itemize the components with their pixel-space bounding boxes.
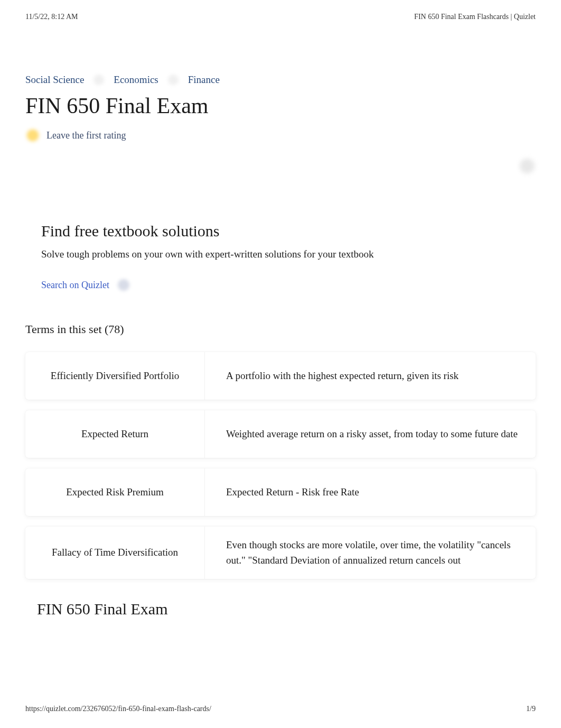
bottom-section-title: FIN 650 Final Exam: [25, 600, 536, 618]
promo-title: Find free textbook solutions: [41, 222, 520, 240]
breadcrumb-link-social-science[interactable]: Social Science: [25, 74, 84, 86]
card-term: Expected Risk Premium: [25, 468, 205, 516]
card-term: Expected Return: [25, 410, 205, 458]
breadcrumb: Social Science Economics Finance: [25, 74, 536, 86]
print-footer: https://quizlet.com/232676052/fin-650-fi…: [25, 705, 536, 713]
breadcrumb-link-economics[interactable]: Economics: [114, 74, 158, 86]
print-timestamp: 11/5/22, 8:12 AM: [25, 13, 78, 21]
main-content: Social Science Economics Finance FIN 650…: [0, 21, 561, 618]
rating-row[interactable]: Leave the first rating: [25, 128, 536, 143]
arrow-right-icon: [118, 279, 129, 291]
flashcard[interactable]: Efficiently Diversified Portfolio A port…: [25, 352, 536, 400]
chevron-right-icon: [94, 75, 104, 85]
flashcard[interactable]: Expected Risk Premium Expected Return - …: [25, 468, 536, 516]
print-header: 11/5/22, 8:12 AM FIN 650 Final Exam Flas…: [0, 0, 561, 21]
card-definition: Even though stocks are more volatile, ov…: [205, 527, 536, 579]
promo-link-row: Search on Quizlet: [41, 279, 520, 291]
options-icon[interactable]: [520, 159, 535, 173]
promo-section: Find free textbook solutions Solve tough…: [25, 222, 536, 291]
chevron-right-icon: [168, 75, 179, 85]
footer-page-number: 1/9: [526, 705, 536, 713]
card-term: Efficiently Diversified Portfolio: [25, 352, 205, 400]
search-quizlet-link[interactable]: Search on Quizlet: [41, 280, 109, 291]
rating-prompt: Leave the first rating: [46, 130, 126, 141]
card-definition: Weighted average return on a risky asset…: [205, 410, 536, 458]
star-icon: [25, 128, 40, 143]
card-definition: Expected Return - Risk free Rate: [205, 468, 536, 516]
terms-header: Terms in this set (78): [25, 322, 536, 336]
card-term: Fallacy of Time Diversification: [25, 527, 205, 579]
flashcard[interactable]: Fallacy of Time Diversification Even tho…: [25, 527, 536, 579]
flashcard[interactable]: Expected Return Weighted average return …: [25, 410, 536, 458]
card-definition: A portfolio with the highest expected re…: [205, 352, 536, 400]
footer-url: https://quizlet.com/232676052/fin-650-fi…: [25, 705, 211, 713]
print-doc-title: FIN 650 Final Exam Flashcards | Quizlet: [414, 13, 536, 21]
promo-subtitle: Solve tough problems on your own with ex…: [41, 248, 520, 260]
page-title: FIN 650 Final Exam: [25, 93, 536, 118]
cards-list: Efficiently Diversified Portfolio A port…: [25, 352, 536, 579]
breadcrumb-link-finance[interactable]: Finance: [188, 74, 220, 86]
